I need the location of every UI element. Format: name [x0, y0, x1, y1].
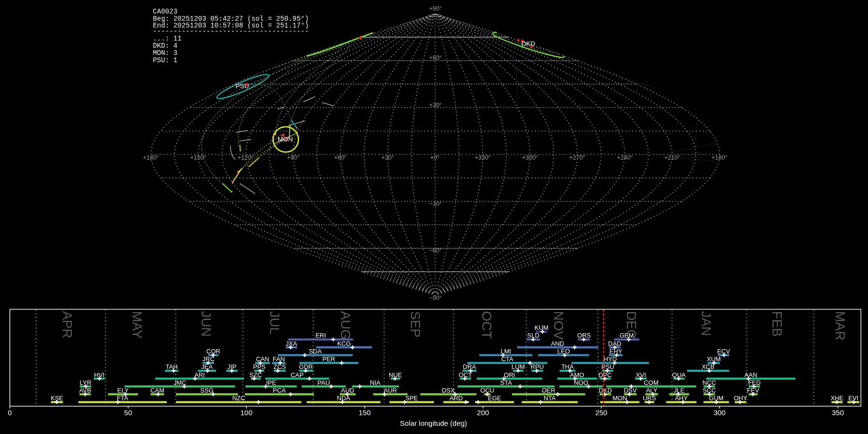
- svg-text:XUM: XUM: [707, 355, 721, 363]
- svg-text:DKD: 4: DKD: 4: [153, 42, 177, 50]
- svg-text:CA0023: CA0023: [153, 8, 177, 15]
- svg-text:MAR: MAR: [833, 311, 848, 340]
- svg-text:------------------------------: --------------------------------------: [153, 27, 309, 35]
- svg-text:ARD: ARD: [449, 394, 462, 402]
- svg-text:PSU: 1: PSU: 1: [153, 56, 177, 64]
- svg-text:JMC: JMC: [174, 379, 187, 386]
- svg-text:MON: MON: [278, 136, 293, 143]
- svg-text:+300°: +300°: [522, 154, 538, 161]
- svg-text:NUE: NUE: [389, 371, 402, 379]
- svg-text:ECV: ECV: [717, 348, 730, 355]
- svg-text:SPE: SPE: [406, 394, 418, 402]
- svg-text:150: 150: [359, 408, 371, 417]
- svg-text:ARI: ARI: [194, 371, 205, 379]
- svg-text:+90°: +90°: [429, 5, 442, 12]
- svg-text:300: 300: [714, 408, 726, 417]
- svg-text:NCC: NCC: [703, 379, 716, 386]
- svg-text:PER: PER: [323, 355, 336, 363]
- svg-text:+90°: +90°: [287, 154, 299, 161]
- svg-text:GUM: GUM: [709, 394, 723, 402]
- svg-text:+30°: +30°: [381, 154, 394, 161]
- svg-text:+150°: +150°: [190, 154, 206, 161]
- svg-text:IPE: IPE: [266, 379, 276, 386]
- svg-text:JUL: JUL: [267, 311, 282, 335]
- svg-text:AND: AND: [551, 340, 564, 347]
- svg-text:AAN: AAN: [745, 371, 758, 379]
- svg-text:200: 200: [477, 408, 489, 417]
- svg-text:JRC: JRC: [203, 355, 215, 363]
- svg-text:NOV: NOV: [551, 311, 566, 340]
- svg-text:+330°: +330°: [475, 154, 490, 161]
- svg-text:HVI: HVI: [94, 371, 105, 379]
- svg-text:+210°: +210°: [664, 154, 680, 161]
- svg-text:XCB: XCB: [702, 363, 715, 370]
- svg-text:50: 50: [124, 408, 132, 417]
- svg-text:AHY: AHY: [675, 394, 688, 402]
- svg-text:ZCS: ZCS: [273, 363, 286, 370]
- svg-text:+120°: +120°: [237, 154, 253, 161]
- svg-text:LYR: LYR: [80, 379, 91, 386]
- svg-text:TAH: TAH: [165, 363, 177, 370]
- svg-text:PCA: PCA: [273, 387, 286, 394]
- svg-text:SLD: SLD: [527, 332, 539, 339]
- svg-text:DKD: DKD: [522, 40, 536, 47]
- svg-text:GEM: GEM: [620, 332, 634, 339]
- svg-text:FED: FED: [748, 379, 760, 386]
- svg-text:XVI: XVI: [636, 371, 646, 379]
- svg-text:ERI: ERI: [315, 332, 326, 339]
- svg-text:250: 250: [595, 408, 607, 417]
- svg-text:URS: URS: [643, 394, 656, 402]
- svg-text:DPC: DPC: [598, 371, 611, 379]
- svg-text:MAY: MAY: [130, 311, 145, 339]
- svg-text:OCU: OCU: [480, 387, 494, 394]
- svg-text:JLE: JLE: [674, 387, 685, 394]
- svg-text:QUA: QUA: [672, 371, 686, 379]
- svg-text:350: 350: [832, 408, 844, 417]
- svg-text:FTA: FTA: [117, 394, 128, 402]
- svg-text:KUM: KUM: [535, 324, 549, 331]
- svg-text:FAN: FAN: [273, 355, 285, 363]
- svg-text:EHY: EHY: [610, 348, 623, 355]
- svg-text:DKD: DKD: [599, 387, 612, 394]
- svg-text:STA: STA: [500, 379, 512, 386]
- svg-text:RPU: RPU: [530, 363, 543, 370]
- svg-text:+0°: +0°: [430, 154, 439, 161]
- svg-text:JXA: JXA: [285, 340, 297, 347]
- svg-text:CAM: CAM: [150, 387, 164, 394]
- svg-text:+270°: +270°: [569, 154, 585, 161]
- svg-text:NDA: NDA: [337, 394, 351, 402]
- svg-text:+180°: +180°: [143, 154, 159, 161]
- svg-text:CAP: CAP: [291, 371, 304, 379]
- svg-text:+240°: +240°: [617, 154, 633, 161]
- svg-text:HYD: HYD: [604, 355, 617, 363]
- svg-text:+60°: +60°: [334, 154, 347, 161]
- svg-text:SDA: SDA: [309, 348, 322, 355]
- svg-text:SCC: SCC: [703, 387, 716, 394]
- svg-text:−90°: −90°: [429, 295, 442, 301]
- svg-text:...: 11: ...: 11: [153, 35, 182, 42]
- svg-text:AUD: AUD: [341, 387, 354, 394]
- svg-text:DRA: DRA: [463, 363, 476, 370]
- svg-text:DAD: DAD: [608, 340, 621, 347]
- svg-text:MON: 3: MON: 3: [153, 49, 177, 57]
- svg-text:NIA: NIA: [370, 379, 380, 386]
- svg-text:COM: COM: [644, 379, 658, 386]
- svg-text:+180°: +180°: [711, 154, 727, 161]
- svg-text:LMI: LMI: [501, 348, 511, 355]
- svg-text:ORI: ORI: [504, 371, 515, 379]
- svg-text:PPS: PPS: [253, 363, 266, 370]
- svg-text:PSU: PSU: [235, 82, 249, 90]
- svg-text:SSG: SSG: [200, 387, 213, 394]
- svg-text:JIP: JIP: [227, 363, 236, 370]
- svg-text:XHE: XHE: [830, 394, 843, 402]
- svg-text:JUN: JUN: [199, 311, 214, 337]
- svg-text:OCT: OCT: [479, 311, 494, 339]
- svg-text:JAN: JAN: [699, 311, 714, 336]
- svg-text:100: 100: [240, 408, 252, 417]
- svg-text:SZC: SZC: [249, 371, 262, 379]
- svg-text:CAN: CAN: [256, 355, 269, 363]
- svg-text:THA: THA: [561, 363, 574, 370]
- svg-text:NZC: NZC: [232, 394, 245, 402]
- svg-text:NTA: NTA: [543, 394, 556, 402]
- svg-text:ALY: ALY: [646, 387, 658, 394]
